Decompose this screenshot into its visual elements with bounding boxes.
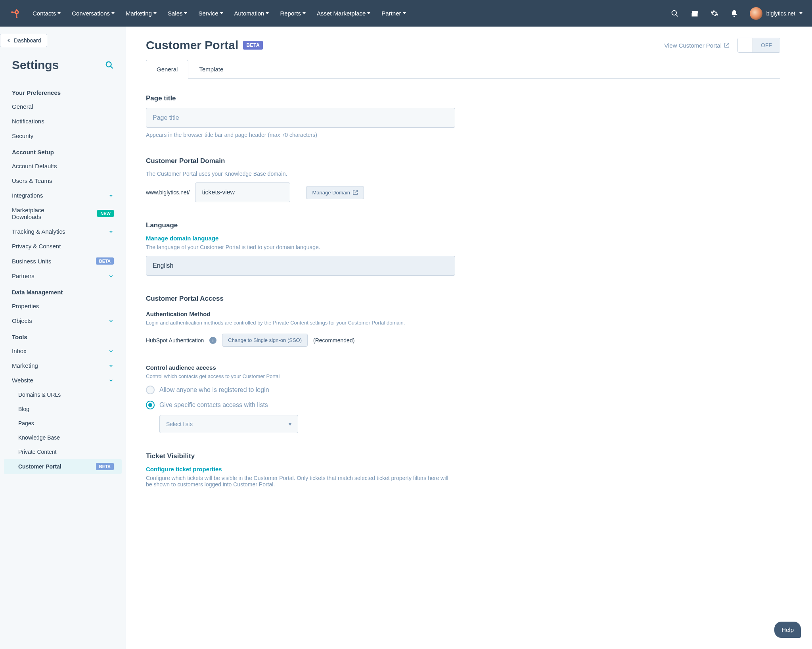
chevron-down-icon xyxy=(108,378,114,383)
nav-conversations[interactable]: Conversations xyxy=(72,10,115,17)
nav-marketing[interactable]: Marketing xyxy=(126,10,157,17)
chevron-left-icon xyxy=(6,38,11,43)
nav-contacts[interactable]: Contacts xyxy=(33,10,61,17)
svg-point-10 xyxy=(106,62,111,67)
radio-allow-anyone[interactable]: Allow anyone who is registered to login xyxy=(146,386,455,394)
view-customer-portal-link[interactable]: View Customer Portal xyxy=(664,42,730,49)
auth-method-help: Login and authentication methods are con… xyxy=(146,320,455,326)
chevron-down-icon xyxy=(108,193,114,198)
sidebar-item-account-defaults[interactable]: Account Defaults xyxy=(4,159,122,173)
manage-domain-button[interactable]: Manage Domain xyxy=(306,186,364,199)
beta-badge: BETA xyxy=(96,463,114,470)
hubspot-logo-icon[interactable] xyxy=(10,8,21,19)
sidebar-item-inbox[interactable]: Inbox xyxy=(4,344,122,358)
chevron-down-icon xyxy=(367,12,370,14)
chevron-down-icon xyxy=(153,12,157,14)
beta-badge: BETA xyxy=(243,41,263,50)
nav-service[interactable]: Service xyxy=(198,10,223,17)
svg-point-1 xyxy=(16,11,18,13)
chevron-down-icon xyxy=(111,12,115,14)
sidebar-item-business-units[interactable]: Business UnitsBETA xyxy=(4,253,122,269)
change-sso-button[interactable]: Change to Single sign-on (SSO) xyxy=(222,334,308,347)
language-label: Language xyxy=(146,221,455,229)
svg-point-7 xyxy=(672,10,676,15)
select-lists-dropdown[interactable]: Select lists ▾ xyxy=(159,415,298,433)
sidebar-item-website[interactable]: Website xyxy=(4,373,122,388)
chevron-down-icon xyxy=(108,273,114,279)
top-nav: Contacts Conversations Marketing Sales S… xyxy=(0,0,812,27)
sidebar-group-data-management: Data Management xyxy=(4,283,122,299)
toggle-label: OFF xyxy=(753,38,780,52)
sidebar-item-private-content[interactable]: Private Content xyxy=(4,445,122,459)
help-fab-button[interactable]: Help xyxy=(774,622,801,638)
nav-asset-marketplace[interactable]: Asset Marketplace xyxy=(317,10,370,17)
svg-point-6 xyxy=(16,16,17,18)
configure-ticket-properties-link[interactable]: Configure ticket properties xyxy=(146,466,222,472)
sidebar-group-preferences: Your Preferences xyxy=(4,84,122,99)
nav-right: biglytics.net xyxy=(670,7,802,20)
chevron-down-icon xyxy=(403,12,406,14)
sidebar-item-marketplace-downloads[interactable]: Marketplace DownloadsNEW xyxy=(4,203,122,224)
sidebar-item-partners[interactable]: Partners xyxy=(4,269,122,283)
sidebar-item-privacy-consent[interactable]: Privacy & Consent xyxy=(4,239,122,253)
auth-current: HubSpot Authentication xyxy=(146,337,204,344)
info-icon[interactable]: i xyxy=(209,337,216,344)
settings-title: Settings xyxy=(12,58,59,72)
chevron-down-icon xyxy=(220,12,223,14)
sidebar-item-properties[interactable]: Properties xyxy=(4,299,122,313)
chevron-down-icon xyxy=(184,12,187,14)
sidebar-item-users-teams[interactable]: Users & Teams xyxy=(4,173,122,188)
settings-sidebar: Dashboard Settings Your Preferences Gene… xyxy=(0,27,126,649)
nav-automation[interactable]: Automation xyxy=(234,10,269,17)
nav-sales[interactable]: Sales xyxy=(168,10,188,17)
external-link-icon xyxy=(724,42,730,48)
sidebar-item-pages[interactable]: Pages xyxy=(4,416,122,430)
nav-partner[interactable]: Partner xyxy=(381,10,406,17)
bell-icon[interactable] xyxy=(730,9,739,18)
sidebar-item-domains-urls[interactable]: Domains & URLs xyxy=(4,388,122,402)
tab-general[interactable]: General xyxy=(146,60,188,78)
search-icon[interactable] xyxy=(105,61,114,69)
access-label: Customer Portal Access xyxy=(146,295,455,303)
audience-help: Control which contacts get access to you… xyxy=(146,373,455,379)
sidebar-item-objects[interactable]: Objects xyxy=(4,313,122,328)
visibility-help: Configure which tickets will be visible … xyxy=(146,475,455,488)
sidebar-item-security[interactable]: Security xyxy=(4,129,122,143)
chevron-down-icon xyxy=(108,318,114,324)
sidebar-item-tracking-analytics[interactable]: Tracking & Analytics xyxy=(4,224,122,239)
external-link-icon xyxy=(352,190,358,195)
svg-point-5 xyxy=(11,11,13,13)
new-badge: NEW xyxy=(97,210,114,217)
svg-rect-2 xyxy=(16,14,17,17)
auth-method-label: Authentication Method xyxy=(146,311,455,317)
manage-domain-language-link[interactable]: Manage domain language xyxy=(146,235,218,242)
sidebar-item-notifications[interactable]: Notifications xyxy=(4,114,122,129)
gear-icon[interactable] xyxy=(710,9,719,18)
account-menu[interactable]: biglytics.net xyxy=(750,7,802,20)
chevron-down-icon xyxy=(108,363,114,369)
sidebar-item-general[interactable]: General xyxy=(4,99,122,114)
domain-slug-input[interactable] xyxy=(195,182,290,202)
sidebar-group-tools: Tools xyxy=(4,328,122,344)
back-to-dashboard-button[interactable]: Dashboard xyxy=(0,34,47,47)
portal-toggle[interactable]: OFF xyxy=(737,38,780,53)
radio-specific-lists[interactable]: Give specific contacts access with lists xyxy=(146,401,455,409)
chevron-down-icon xyxy=(303,12,306,14)
nav-reports[interactable]: Reports xyxy=(280,10,306,17)
chevron-down-icon xyxy=(266,12,269,14)
domain-help: The Customer Portal uses your Knowledge … xyxy=(146,171,455,177)
search-icon[interactable] xyxy=(670,9,679,18)
chevron-down-icon xyxy=(108,348,114,354)
marketplace-icon[interactable] xyxy=(690,9,699,18)
sidebar-item-knowledge-base[interactable]: Knowledge Base xyxy=(4,430,122,445)
tab-template[interactable]: Template xyxy=(188,60,234,78)
page-title-input[interactable] xyxy=(146,108,455,128)
svg-line-11 xyxy=(111,66,113,69)
svg-rect-3 xyxy=(16,9,17,10)
sidebar-item-customer-portal[interactable]: Customer PortalBETA xyxy=(4,459,122,474)
radio-icon xyxy=(146,401,155,409)
sidebar-item-marketing[interactable]: Marketing xyxy=(4,358,122,373)
sidebar-item-blog[interactable]: Blog xyxy=(4,402,122,416)
sidebar-item-integrations[interactable]: Integrations xyxy=(4,188,122,203)
recommended-text: (Recommended) xyxy=(313,337,354,344)
